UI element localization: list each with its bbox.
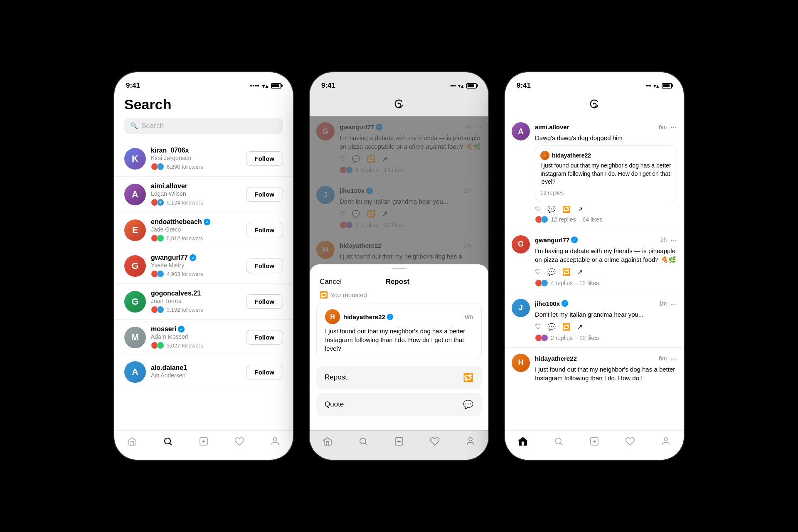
list-item: A aimi.allover Logan Wilson 🌍 bbox=[114, 177, 293, 212]
repost-btn-icon: 🔁 bbox=[463, 372, 473, 382]
followers-count: 4,903 followers bbox=[167, 271, 203, 277]
wifi-icon: ▾▴ bbox=[458, 83, 464, 89]
repost-icon[interactable]: 🔁 bbox=[562, 268, 571, 276]
battery-icon bbox=[271, 83, 281, 89]
post-item: H hidayathere22 6m ··· I just found out … bbox=[505, 348, 684, 388]
followers-wrap: 6,290 followers bbox=[151, 163, 241, 170]
nav-search[interactable] bbox=[553, 436, 564, 447]
repost-icon-small: 🔁 bbox=[320, 291, 328, 299]
follow-button[interactable]: Follow bbox=[246, 151, 283, 166]
follow-button[interactable]: Follow bbox=[246, 223, 283, 237]
share-icon[interactable]: ↗ bbox=[577, 205, 583, 213]
quote-button[interactable]: Quote 💬 bbox=[316, 393, 482, 416]
nav-home[interactable] bbox=[517, 436, 529, 447]
post-header-right: 1m ··· bbox=[659, 299, 677, 308]
list-item: G gwangurl77 ✓ Yvette Mistry bbox=[114, 248, 293, 284]
like-icon[interactable]: ♡ bbox=[535, 323, 541, 331]
repost-icon[interactable]: 🔁 bbox=[562, 323, 571, 331]
phones-container: 9:41 ▪▪▪▪ ▾▴ Search 🔍 Search bbox=[114, 72, 684, 460]
nav-search[interactable] bbox=[357, 436, 369, 447]
svg-point-8 bbox=[555, 438, 561, 444]
feed-right: A aimi.allover 6m ··· Dawg's dawg's dog … bbox=[505, 116, 684, 430]
more-icon[interactable]: ··· bbox=[670, 299, 677, 308]
nav-home[interactable] bbox=[322, 436, 333, 447]
svg-point-2 bbox=[273, 438, 277, 441]
follow-button[interactable]: Follow bbox=[246, 259, 283, 273]
quoted-header: H hidayathere22 bbox=[540, 151, 672, 160]
phone-left: 9:41 ▪▪▪▪ ▾▴ Search 🔍 Search bbox=[114, 72, 293, 460]
signal-icon: ▪▪▪▪ bbox=[645, 83, 651, 89]
avatar: E bbox=[124, 219, 146, 241]
svg-point-3 bbox=[397, 103, 399, 105]
post-username: jiho100x ✓ bbox=[535, 300, 568, 307]
nav-heart[interactable] bbox=[624, 436, 636, 447]
avatar: G bbox=[124, 255, 146, 277]
nav-heart[interactable] bbox=[429, 436, 441, 447]
comment-icon[interactable]: 💬 bbox=[547, 205, 556, 213]
post-username: gwangurl77 ✓ bbox=[535, 236, 578, 244]
nav-home[interactable] bbox=[126, 436, 138, 447]
cancel-button[interactable]: Cancel bbox=[320, 278, 342, 286]
nav-compose[interactable] bbox=[393, 436, 405, 447]
modal-overlay[interactable]: Cancel Repost 🔁 You reposted H bbox=[310, 116, 488, 430]
search-placeholder: Search bbox=[141, 122, 164, 130]
share-icon[interactable]: ↗ bbox=[577, 323, 583, 331]
user-list: K kiran_0706x Kirsi Jørgensen bbox=[114, 141, 293, 430]
bottom-nav-left bbox=[114, 430, 293, 460]
comment-icon[interactable]: 💬 bbox=[547, 268, 556, 276]
followers-wrap: 3,027 followers bbox=[151, 342, 241, 349]
wifi-icon: ▾▴ bbox=[653, 83, 659, 89]
nav-compose[interactable] bbox=[198, 436, 209, 447]
mini-avatars bbox=[151, 163, 163, 170]
signal-icon: ▪▪▪▪ bbox=[450, 83, 456, 89]
post-avatar: A bbox=[512, 122, 530, 140]
status-bar-left: 9:41 ▪▪▪▪ ▾▴ bbox=[114, 72, 293, 93]
follow-button[interactable]: Follow bbox=[246, 187, 283, 202]
more-icon[interactable]: ··· bbox=[670, 122, 677, 132]
post-header-right: 6m ··· bbox=[659, 122, 677, 132]
like-icon[interactable]: ♡ bbox=[535, 268, 541, 276]
status-bar-right: 9:41 ▪▪▪▪ ▾▴ bbox=[505, 72, 684, 93]
search-bar[interactable]: 🔍 Search bbox=[124, 118, 283, 134]
nav-search[interactable] bbox=[162, 436, 174, 447]
follow-button[interactable]: Follow bbox=[246, 294, 283, 309]
user-info: gogoncalves.21 Juan Torres 3,192 followe… bbox=[151, 290, 241, 313]
post-item: J jiho100x ✓ 1m ··· Don't let my Italian… bbox=[505, 293, 684, 348]
post-item: G gwangurl77 ✓ 2h ··· I'm having a debat… bbox=[505, 229, 684, 293]
nav-profile[interactable] bbox=[269, 436, 281, 447]
post-header: gwangurl77 ✓ 2h ··· bbox=[535, 235, 677, 245]
modal-post-meta: 6m bbox=[465, 313, 473, 320]
more-icon[interactable]: ··· bbox=[670, 235, 677, 245]
nav-heart[interactable] bbox=[234, 436, 245, 447]
repost-icon[interactable]: 🔁 bbox=[562, 205, 571, 213]
followers-count: 3,192 followers bbox=[167, 307, 203, 313]
modal-post-avatar: H bbox=[325, 309, 340, 324]
follow-button[interactable]: Follow bbox=[246, 365, 283, 379]
status-time-mid: 9:41 bbox=[321, 81, 335, 90]
followers-wrap: 3,192 followers bbox=[151, 306, 241, 313]
mini-avatar: 🌍 bbox=[157, 199, 164, 206]
post-avatar: G bbox=[512, 235, 530, 254]
nav-compose[interactable] bbox=[589, 436, 600, 447]
list-item: E endoatthebeach ✓ Jade Greco bbox=[114, 212, 293, 248]
followers-wrap: 🌍 5,124 followers bbox=[151, 199, 241, 206]
search-input-wrap: 🔍 Search bbox=[114, 118, 293, 141]
feed-mid: G gwangurl77 ✓ 2h ··· I'm h bbox=[310, 116, 488, 430]
username: aimi.allover bbox=[151, 182, 241, 190]
post-text: Don't let my Italian grandma hear you... bbox=[535, 310, 677, 319]
user-info: alo.daiane1 Airi Andersen bbox=[151, 364, 241, 380]
mini-avatar bbox=[541, 216, 548, 223]
mini-avatar bbox=[157, 270, 164, 278]
search-page: Search 🔍 Search K kiran_0706x bbox=[114, 93, 293, 430]
user-info: kiran_0706x Kirsi Jørgensen 6,290 follow… bbox=[151, 147, 241, 170]
follow-button[interactable]: Follow bbox=[246, 330, 283, 345]
modal-post-text: I just found out that my neighbor's dog … bbox=[325, 327, 473, 353]
more-icon[interactable]: ··· bbox=[670, 354, 677, 363]
like-icon[interactable]: ♡ bbox=[535, 205, 541, 213]
nav-profile[interactable] bbox=[465, 436, 476, 447]
share-icon[interactable]: ↗ bbox=[577, 268, 583, 276]
repost-button[interactable]: Repost 🔁 bbox=[316, 366, 482, 389]
comment-icon[interactable]: 💬 bbox=[547, 323, 556, 331]
nav-profile[interactable] bbox=[660, 436, 672, 447]
status-icons-left: ▪▪▪▪ ▾▴ bbox=[250, 82, 281, 90]
